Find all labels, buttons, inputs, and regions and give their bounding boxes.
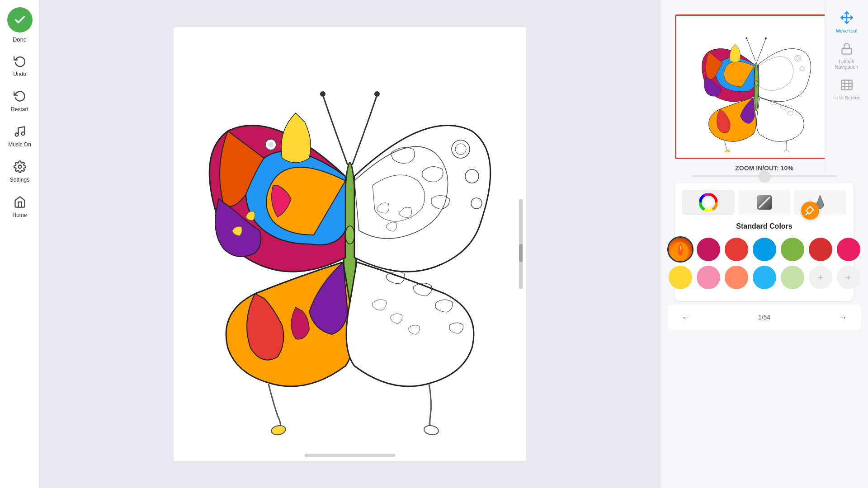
unlock-nav-button[interactable]: Unlock Navigation <box>828 39 866 73</box>
settings-label: Settings <box>10 177 29 183</box>
horizontal-scrollbar[interactable] <box>305 454 395 457</box>
color-swatch-yellow[interactable] <box>669 266 692 289</box>
right-toolbar: Move tool Unlock Navigation Fit to Scree… <box>825 0 868 172</box>
done-button[interactable] <box>7 7 33 33</box>
svg-point-8 <box>268 142 274 147</box>
color-swatch-add-2[interactable]: + <box>837 266 860 289</box>
zoom-slider[interactable] <box>692 175 837 177</box>
restart-label: Restart <box>11 106 28 113</box>
svg-point-14 <box>424 424 439 436</box>
add-icon-1: + <box>817 272 823 282</box>
svg-point-2 <box>18 165 21 169</box>
color-tabs <box>682 190 846 215</box>
sidebar-item-restart[interactable]: Restart <box>3 84 37 117</box>
restart-icon <box>12 88 28 104</box>
lock-icon <box>840 42 853 57</box>
move-tool-icon <box>840 11 854 26</box>
home-label: Home <box>12 212 27 218</box>
svg-point-27 <box>784 150 789 152</box>
undo-label: Undo <box>13 71 26 77</box>
color-wheel-icon <box>699 193 717 211</box>
preview-thumbnail <box>675 14 838 159</box>
color-swatch-dark-red[interactable] <box>809 238 832 261</box>
fit-screen-button[interactable]: Fit to Screen <box>828 75 866 104</box>
svg-point-21 <box>745 37 747 39</box>
preview-butterfly-svg <box>684 21 829 152</box>
music-label: Music On <box>8 141 31 148</box>
canvas-container[interactable] <box>174 27 526 461</box>
fit-screen-icon <box>840 79 853 93</box>
page-info: 1/54 <box>758 314 770 321</box>
sidebar-item-home[interactable]: Home <box>3 189 37 223</box>
butterfly-artwork[interactable] <box>183 41 517 447</box>
scrollbar-thumb-v[interactable] <box>519 244 523 262</box>
sidebar: Done Undo Restart Music <box>0 0 40 488</box>
color-row-2: + + <box>682 266 846 289</box>
next-page-button[interactable]: → <box>835 310 850 324</box>
fit-screen-label: Fit to Screen <box>832 95 860 100</box>
move-tool-label: Move tool <box>836 28 858 33</box>
color-swatch-light-green[interactable] <box>781 266 804 289</box>
svg-rect-17 <box>842 48 851 54</box>
done-label: Done <box>13 36 27 43</box>
sidebar-item-music[interactable]: Music On <box>3 119 37 152</box>
standard-colors-title: Standard Colors <box>682 222 846 230</box>
move-tool-button[interactable]: Move tool <box>828 7 866 37</box>
color-swatch-magenta[interactable] <box>697 238 720 261</box>
color-swatch-light-pink[interactable] <box>697 266 720 289</box>
vertical-scrollbar[interactable] <box>519 199 523 289</box>
right-panel: Move tool Unlock Navigation Fit to Scree… <box>660 0 868 488</box>
svg-point-6 <box>374 91 380 97</box>
pagination: ← 1/54 → <box>668 305 861 330</box>
svg-point-23 <box>725 150 730 152</box>
unlock-nav-label: Unlock Navigation <box>830 59 864 70</box>
music-icon <box>12 123 28 140</box>
zoom-slider-wrap <box>692 175 837 177</box>
color-swatch-red-orange[interactable] <box>725 238 748 261</box>
color-swatch-blue[interactable] <box>753 238 776 261</box>
main-canvas-area <box>40 0 660 488</box>
fire-flame-icon <box>669 238 692 261</box>
svg-point-31 <box>672 242 689 260</box>
svg-point-22 <box>765 37 767 39</box>
color-swatch-light-blue[interactable] <box>753 266 776 289</box>
zoom-value: 10% <box>781 164 793 172</box>
color-swatch-add-1[interactable]: + <box>809 266 832 289</box>
dropper-button[interactable] <box>801 202 819 220</box>
svg-point-20 <box>755 80 758 87</box>
zoom-thumb[interactable] <box>759 171 770 182</box>
sidebar-item-settings[interactable]: Settings <box>3 154 37 188</box>
svg-point-4 <box>345 226 354 244</box>
home-icon <box>12 194 28 210</box>
dropper-icon <box>805 206 815 216</box>
undo-icon <box>12 53 28 69</box>
add-icon-2: + <box>845 272 851 282</box>
svg-point-9 <box>271 424 287 436</box>
color-swatch-pink[interactable] <box>837 238 860 261</box>
svg-point-5 <box>320 91 326 97</box>
prev-page-button[interactable]: ← <box>679 310 693 324</box>
color-row-1 <box>682 238 846 261</box>
color-wheel-tab[interactable] <box>682 190 735 215</box>
gradient-icon <box>755 193 774 211</box>
svg-point-1 <box>21 132 24 135</box>
svg-rect-18 <box>841 80 852 90</box>
color-swatch-peach[interactable] <box>725 266 748 289</box>
gradient-tab[interactable] <box>738 190 791 215</box>
color-swatch-fire[interactable] <box>669 238 692 261</box>
settings-icon <box>12 159 28 175</box>
svg-point-0 <box>15 133 18 136</box>
sidebar-item-undo[interactable]: Undo <box>3 48 37 82</box>
svg-point-29 <box>704 198 713 207</box>
color-swatch-green[interactable] <box>781 238 804 261</box>
svg-point-19 <box>754 63 758 111</box>
color-section: Standard Colors <box>675 183 854 301</box>
